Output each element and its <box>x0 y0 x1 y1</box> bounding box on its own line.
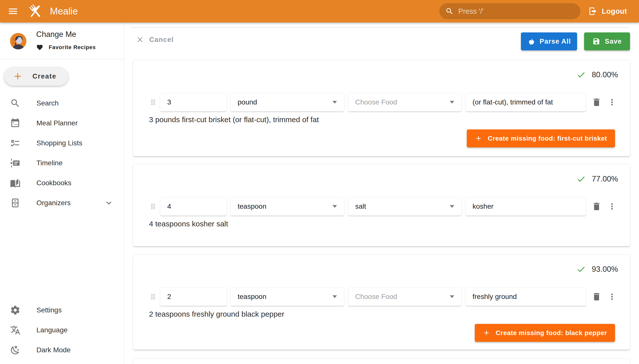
unit-input[interactable] <box>231 293 344 301</box>
ingredient-fields-row <box>133 288 630 306</box>
plus-icon <box>483 329 490 336</box>
food-input[interactable] <box>348 98 461 106</box>
save-label: Save <box>605 38 622 46</box>
ingredient-parser-main: Cancel Parse All Save 80.00% <box>124 22 639 364</box>
food-select[interactable] <box>348 288 462 306</box>
search-icon <box>445 7 454 16</box>
create-missing-food-label: Create missing food: first-cut brisket <box>488 135 607 142</box>
menu-button[interactable] <box>6 4 20 18</box>
trash-icon <box>592 202 601 212</box>
sidebar-item-organizers[interactable]: Organizers <box>0 193 124 213</box>
plus-icon <box>475 135 482 142</box>
original-ingredient-text: 2 teaspoons freshly ground black pepper <box>149 310 284 318</box>
ingredient-menu-button[interactable] <box>606 289 618 304</box>
dots-vertical-icon <box>607 98 617 107</box>
sidebar-item-label: Shopping Lists <box>37 139 82 147</box>
timeline-icon <box>10 158 21 168</box>
parse-all-label: Parse All <box>540 38 571 46</box>
gear-icon <box>10 305 21 316</box>
organizers-cabinet-icon <box>10 198 21 208</box>
sidebar-item-search[interactable]: Search <box>0 93 124 113</box>
quantity-field[interactable] <box>160 197 227 216</box>
parse-all-button[interactable]: Parse All <box>521 32 577 50</box>
sidebar-item-label: Search <box>37 99 59 107</box>
save-button[interactable]: Save <box>584 32 630 50</box>
ingredient-fields-row <box>133 197 630 216</box>
food-input[interactable] <box>348 293 461 301</box>
note-input[interactable] <box>466 293 586 301</box>
sidebar-item-settings[interactable]: Settings <box>0 300 124 320</box>
sidebar-item-shopping-lists[interactable]: Shopping Lists <box>0 133 124 153</box>
sidebar-item-label: Organizers <box>37 199 71 207</box>
confidence-indicator: 77.00% <box>576 174 618 184</box>
dots-vertical-icon <box>607 292 617 302</box>
global-search[interactable] <box>439 3 580 19</box>
chevron-down-icon[interactable] <box>104 198 114 208</box>
food-input[interactable] <box>348 202 461 210</box>
food-select[interactable] <box>348 197 462 216</box>
drag-handle[interactable] <box>148 201 158 212</box>
sidebar-item-language[interactable]: Language <box>0 320 124 340</box>
logout-button[interactable]: Logout <box>588 0 627 22</box>
drag-handle[interactable] <box>148 291 158 302</box>
check-icon <box>576 264 586 274</box>
avatar[interactable] <box>10 33 27 49</box>
apple-icon <box>527 38 535 46</box>
create-button[interactable]: Create <box>4 67 68 86</box>
sidebar-item-timeline[interactable]: Timeline <box>0 153 124 173</box>
content-top-divider <box>131 27 629 28</box>
quantity-input[interactable] <box>160 98 227 106</box>
mealie-logo-icon <box>28 3 44 19</box>
note-field[interactable] <box>465 197 586 216</box>
unit-input[interactable] <box>231 202 344 210</box>
sidebar-item-label: Language <box>37 326 68 334</box>
sidebar: Change Me Favorite Recipes Create Search… <box>0 22 124 364</box>
quantity-input[interactable] <box>160 293 227 301</box>
sidebar-divider <box>0 59 124 59</box>
logout-label: Logout <box>602 7 627 16</box>
sidebar-item-label: Settings <box>37 306 62 314</box>
quantity-field[interactable] <box>160 288 227 306</box>
quantity-field[interactable] <box>160 93 227 112</box>
original-ingredient-text: 3 pounds first-cut brisket (or flat-cut)… <box>149 116 319 124</box>
heart-icon <box>36 44 43 51</box>
quantity-input[interactable] <box>160 202 227 210</box>
unit-select[interactable] <box>230 93 344 112</box>
note-field[interactable] <box>465 288 586 306</box>
ingredient-menu-button[interactable] <box>606 95 618 110</box>
sidebar-item-cookbooks[interactable]: Cookbooks <box>0 173 124 193</box>
trash-icon <box>592 97 601 107</box>
sidebar-item-dark-mode[interactable]: Dark Mode <box>0 340 124 360</box>
app-title: Mealie <box>50 6 78 17</box>
sidebar-bottom-nav: Settings Language Dark Mode <box>0 300 124 360</box>
create-missing-food-button[interactable]: Create missing food: black pepper <box>475 324 615 342</box>
user-name: Change Me <box>36 30 76 39</box>
sidebar-item-label: Meal Planner <box>37 119 78 127</box>
sidebar-item-label: Timeline <box>37 159 63 167</box>
delete-ingredient-button[interactable] <box>591 289 602 304</box>
delete-ingredient-button[interactable] <box>591 95 602 110</box>
ingredient-menu-button[interactable] <box>606 199 618 214</box>
delete-ingredient-button[interactable] <box>591 199 602 214</box>
unit-input[interactable] <box>231 98 344 106</box>
plus-icon <box>13 71 23 82</box>
food-select[interactable] <box>348 93 462 112</box>
sidebar-item-meal-planner[interactable]: Meal Planner <box>0 113 124 133</box>
cancel-button[interactable]: Cancel <box>136 36 174 44</box>
search-input[interactable] <box>458 7 574 16</box>
confidence-indicator: 93.00% <box>576 264 618 274</box>
unit-select[interactable] <box>230 197 344 216</box>
sidebar-nav: Search Meal Planner Shopping Lists Timel… <box>0 93 124 213</box>
unit-select[interactable] <box>230 288 344 306</box>
checklist-icon <box>10 138 21 148</box>
note-input[interactable] <box>466 202 586 210</box>
confidence-value: 80.00% <box>592 70 618 79</box>
note-field[interactable] <box>465 93 586 112</box>
favorite-recipes-link[interactable]: Favorite Recipes <box>36 44 96 51</box>
ingredient-card-partial <box>133 358 630 364</box>
drag-handle[interactable] <box>148 96 158 108</box>
hamburger-icon <box>8 6 19 17</box>
drag-icon <box>148 202 157 211</box>
note-input[interactable] <box>466 98 586 106</box>
create-missing-food-button[interactable]: Create missing food: first-cut brisket <box>467 130 615 147</box>
